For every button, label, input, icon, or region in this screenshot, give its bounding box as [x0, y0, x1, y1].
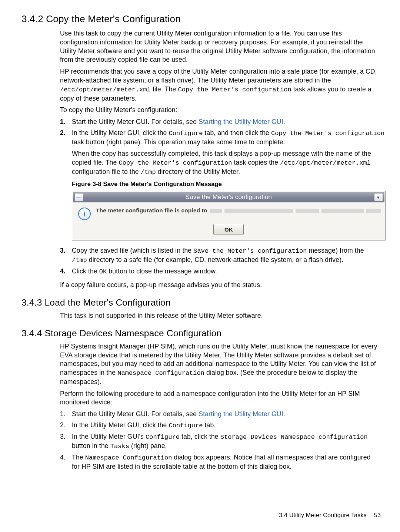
dialog-title: Save the Meter's configuration — [83, 193, 374, 202]
code: Namespace Configuration — [85, 454, 172, 461]
list-item: 1. Start the Utility Meter GUI. For deta… — [60, 410, 379, 420]
ordered-list: 1. Start the Utility Meter GUI. For deta… — [60, 410, 379, 472]
item-number: 2. — [60, 129, 72, 246]
text: directory to a safe file (for example, C… — [87, 256, 343, 263]
list-item: 3. In the Utility Meter GUI's Configure … — [60, 432, 379, 452]
heading-342: 3.4.2 Copy the Meter's Configuration — [21, 13, 381, 26]
para: This task is not supported in this relea… — [60, 312, 379, 320]
code: Configure — [169, 130, 203, 137]
window-menu-icon[interactable]: — — [74, 193, 83, 201]
text: . — [283, 410, 285, 418]
text: Start the Utility Meter GUI. For details… — [72, 118, 199, 125]
heading-343: 3.4.3 Load the Meter's Configuration — [21, 296, 381, 309]
text: tab, and then click the — [203, 129, 271, 137]
code: /tmp — [72, 257, 87, 264]
text: The — [72, 454, 85, 461]
code: Namespace Configuration — [117, 370, 204, 377]
text: button in the — [72, 442, 110, 449]
redacted — [321, 209, 364, 213]
para: HP recommends that you save a copy of th… — [60, 67, 379, 103]
para: Use this task to copy the current Utilit… — [60, 29, 379, 64]
ordered-list: 1. Start the Utility Meter GUI. For deta… — [60, 118, 379, 278]
item-number: 4. — [60, 453, 72, 473]
dialog-body: i The meter configuration file is copied… — [73, 202, 384, 223]
list-item: 4. The Namespace Configuration dialog bo… — [60, 453, 379, 473]
item-number: 1. — [60, 410, 72, 420]
item-number: 1. — [60, 118, 72, 128]
para: Perform the following procedure to add a… — [60, 390, 379, 407]
text: tab, click the — [180, 433, 220, 440]
text: tab. — [203, 421, 216, 429]
code: Tasks — [110, 443, 129, 450]
code: Save the Meter's configuration — [193, 248, 307, 255]
code: Copy the Meter's configuration — [119, 159, 232, 166]
text: In the Utility Meter GUI, click the — [72, 421, 169, 429]
code-task: Copy the Meter's configuration — [178, 86, 291, 93]
text: message) from the — [307, 247, 364, 254]
code: Copy the Meter's configuration — [271, 130, 384, 137]
code: OK — [99, 268, 107, 275]
text: Start the Utility Meter GUI. For details… — [72, 410, 199, 418]
list-item: 2. In the Utility Meter GUI, click the C… — [60, 129, 379, 246]
list-item: 4. Click the OK button to close the mess… — [60, 267, 379, 278]
list-item: 1. Start the Utility Meter GUI. For deta… — [60, 118, 379, 128]
ok-button[interactable]: OK — [213, 224, 244, 235]
item-number: 3. — [60, 432, 72, 452]
text: (right) pane. — [129, 442, 167, 449]
figure-caption: Figure 3-8 Save the Meter's Configuratio… — [72, 180, 386, 188]
item-number: 4. — [60, 267, 72, 278]
item-number: 2. — [60, 421, 72, 432]
list-item: 2. In the Utility Meter GUI, click the C… — [60, 421, 379, 432]
text: HP recommends that you save a copy of th… — [60, 68, 377, 84]
dialog-message: The meter configuration file is copied t… — [96, 207, 381, 215]
redacted — [366, 209, 381, 213]
text: task button (right pane). This operation… — [72, 138, 285, 146]
redacted — [296, 209, 319, 213]
footer-section: 3.4 Utility Meter Configure Tasks — [279, 512, 367, 518]
text: In the Utility Meter GUI's — [72, 433, 146, 440]
text: file. The — [151, 85, 178, 93]
code: /tmp — [141, 169, 156, 176]
window-min-icon[interactable]: ▾ — [374, 193, 383, 201]
page-number: 53 — [374, 512, 381, 518]
code-path: /etc/opt/meter/meter.xml — [60, 86, 151, 93]
item-number: 3. — [60, 246, 72, 266]
dialog-titlebar: — Save the Meter's configuration ▾ — [73, 192, 384, 202]
text: Copy the saved file (which is listed in … — [72, 247, 193, 254]
text: In the Utility Meter GUI, click the — [72, 129, 169, 137]
heading-344: 3.4.4 Storage Devices Namespace Configur… — [21, 327, 381, 339]
dialog-save-config: — Save the Meter's configuration ▾ i The… — [72, 191, 386, 240]
link-start-gui[interactable]: Starting the Utility Meter GUI — [199, 118, 283, 125]
link-start-gui[interactable]: Starting the Utility Meter GUI — [199, 410, 283, 418]
code: Storage Devices Namespace configuration — [220, 434, 368, 441]
para: If a copy failure occurs, a pop-up messa… — [60, 281, 379, 290]
redacted — [210, 209, 222, 213]
text: . — [283, 118, 285, 125]
text: configuration file to the — [72, 168, 141, 175]
info-icon: i — [78, 208, 91, 220]
para: To copy the Utility Meter's configuratio… — [60, 106, 379, 115]
text: task copies the — [232, 159, 280, 166]
text: Click the — [72, 267, 99, 275]
text: button to close the message window. — [107, 267, 217, 275]
list-item: 3. Copy the saved file (which is listed … — [60, 246, 379, 266]
redacted — [224, 209, 293, 213]
para: HP Systems Insight Manager (HP SIM), whi… — [60, 342, 379, 387]
code-path: /etc/opt/meter/meter.xml — [280, 159, 371, 166]
text: directory of the Utility Meter. — [156, 168, 240, 175]
code: Configure — [146, 434, 180, 441]
page-footer: 3.4 Utility Meter Configure Tasks53 — [279, 511, 381, 519]
code: Configure — [169, 422, 203, 429]
dialog-message-label: The meter configuration file is copied t… — [96, 207, 207, 215]
dialog-button-row: OK — [73, 223, 384, 239]
